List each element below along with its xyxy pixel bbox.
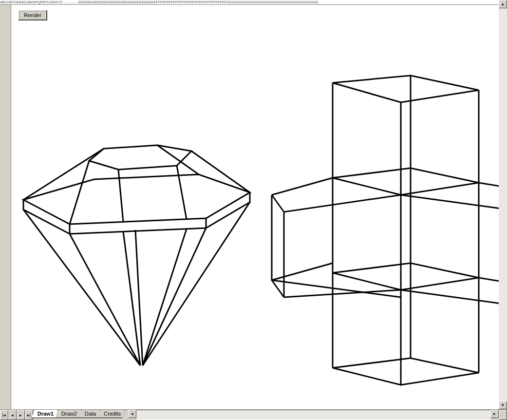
wireframe-diamond — [11, 136, 264, 390]
tab-nav-last-button[interactable]: ▸| — [25, 410, 33, 420]
svg-line-2 — [23, 149, 104, 200]
row-header-gutter — [0, 5, 11, 409]
tab-label: Draw1 — [38, 411, 54, 417]
render-button-label: Render — [24, 12, 41, 18]
scroll-down-button[interactable]: ▾ — [499, 401, 507, 409]
next-icon: ▸ — [19, 413, 22, 418]
column-header-strip: ABCDEFGHIJKLMNOPQRSTUVWXYZ..............… — [0, 0, 499, 5]
last-icon: ▸| — [27, 413, 31, 418]
scroll-corner — [499, 410, 507, 420]
chevron-right-icon: ▸ — [493, 412, 496, 416]
horizontal-scroll-track[interactable] — [136, 410, 490, 420]
first-icon: |◂ — [2, 413, 6, 418]
scroll-left-button[interactable]: ◂ — [128, 410, 136, 418]
svg-marker-30 — [333, 358, 479, 385]
bottom-bar: |◂ ◂ ▸ ▸| Draw1 Draw2 Data Credits ◂ ▸ — [0, 409, 507, 420]
horizontal-scrollbar[interactable]: ◂ ▸ — [128, 410, 499, 420]
svg-line-11 — [135, 230, 143, 365]
chevron-up-icon: ▴ — [502, 2, 504, 6]
tab-nav-next-button[interactable]: ▸ — [17, 410, 25, 420]
sheet-tabs: Draw1 Draw2 Data Credits — [33, 410, 125, 420]
vertical-scrollbar[interactable]: ▴ ▾ — [499, 0, 507, 409]
tab-label: Credits — [104, 411, 121, 417]
tab-draw1[interactable]: Draw1 — [31, 410, 58, 418]
tab-draw2[interactable]: Draw2 — [55, 410, 81, 418]
svg-line-12 — [143, 229, 187, 365]
vertical-scroll-track[interactable] — [499, 8, 507, 401]
ruler-text: ABCDEFGHIJKLMNOPQRSTUVWXYZ..............… — [0, 0, 319, 4]
svg-line-3 — [70, 161, 89, 224]
svg-marker-20 — [333, 168, 479, 195]
tab-label: Draw2 — [61, 411, 77, 417]
svg-line-6 — [191, 151, 250, 192]
scroll-right-button[interactable]: ▸ — [490, 410, 499, 418]
drawing-canvas[interactable]: Render — [11, 5, 499, 409]
svg-marker-1 — [23, 174, 250, 224]
svg-marker-15 — [333, 76, 479, 102]
tab-nav-first-button[interactable]: |◂ — [0, 410, 8, 420]
svg-line-9 — [70, 234, 140, 365]
svg-line-5 — [177, 166, 187, 219]
tab-credits[interactable]: Credits — [97, 410, 125, 418]
wireframe-cubes — [255, 68, 499, 409]
chevron-left-icon: ◂ — [131, 412, 133, 416]
tab-nav-prev-button[interactable]: ◂ — [8, 410, 17, 420]
scroll-up-button[interactable]: ▴ — [499, 0, 507, 8]
svg-line-13 — [143, 228, 206, 365]
svg-marker-0 — [89, 145, 191, 170]
tab-label: Data — [85, 411, 96, 417]
render-button[interactable]: Render — [18, 10, 47, 20]
chevron-down-icon: ▾ — [502, 403, 504, 407]
svg-marker-25 — [333, 263, 479, 290]
prev-icon: ◂ — [11, 413, 14, 418]
svg-line-14 — [143, 202, 250, 365]
tab-data[interactable]: Data — [78, 410, 100, 418]
